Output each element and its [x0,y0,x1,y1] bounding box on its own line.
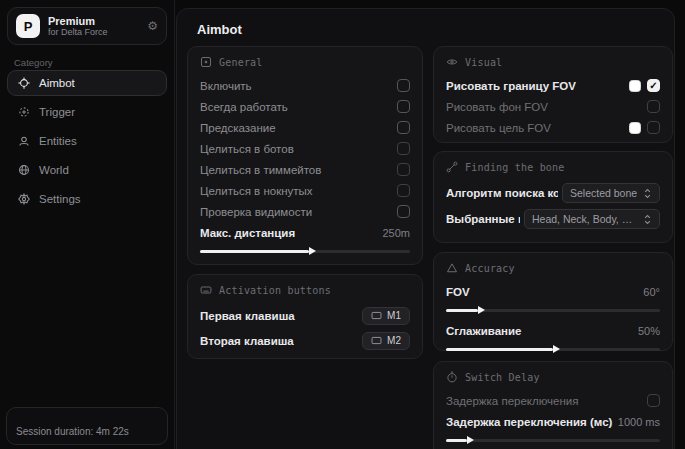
keybind-button-m1[interactable]: M1 [362,307,410,325]
slider-row-max-distance: Макс. дистанция 250m [200,222,410,243]
toggle-row-visibility-check: Проверка видимости [200,201,410,222]
bone-algorithm-dropdown[interactable]: Selected bone [562,183,660,203]
crosshair-icon [17,77,30,90]
card-accuracy: Accuracy FOV 60° Сглаживание 50% [433,252,673,351]
gear-icon [17,193,30,206]
slider-row-smoothing: Сглаживание 50% [446,320,660,341]
keybind-value: M1 [387,310,401,321]
slider-row-switch-delay-ms: Задержка переключения (мс) 1000 ms [446,411,660,432]
triangle-icon [446,262,458,274]
card-title: Switch Delay [465,372,540,383]
keybind-row-first: Первая клавиша M1 [200,303,410,328]
trigger-icon [17,106,30,119]
max-distance-slider[interactable] [200,247,410,255]
app-window: P Premium for Delta Force ⚙ Category Aim… [0,0,685,449]
mouse-key-icon [371,336,382,345]
checkbox[interactable] [647,121,660,134]
toggle-row-target-teammates: Целиться в тиммейтов [200,159,410,180]
session-card: Session duration: 4m 22s [6,407,168,445]
card-title: Visual [465,57,502,68]
bone-icon [446,161,458,173]
checkbox[interactable] [397,121,410,134]
card-visual: Visual Рисовать границу FOV ✓ Рисовать ф… [433,46,673,143]
toggle-label: Проверка видимости [200,206,312,218]
brand-logo: P [16,14,40,38]
color-swatch[interactable] [629,122,641,134]
checkbox[interactable] [647,394,660,407]
checkbox[interactable] [397,79,410,92]
toggle-label: Предсказание [200,122,276,134]
toggle-row-enable: Включить [200,75,410,96]
globe-icon [17,164,30,177]
sidebar-item-entities[interactable]: Entities [7,128,167,154]
visual-row-fov-background: Рисовать фон FOV [446,96,660,117]
card-title: Accuracy [465,263,515,274]
toggle-label: Задержка переключения [446,395,578,407]
dropdown-value: Selected bone [570,187,637,199]
bone-row-selected-bones: Выбранные кости Head, Neck, Body, Pe... [446,206,660,232]
slider-value: 60° [643,286,660,298]
main-panel: Aimbot General Включить Всегда работать … [176,8,675,449]
color-swatch[interactable] [629,80,641,92]
toggle-label: Целиться в тиммейтов [200,164,321,176]
keybind-label: Первая клавиша [200,310,295,322]
card-title: Activation buttons [219,285,331,296]
sidebar: P Premium for Delta Force ⚙ Category Aim… [0,0,175,449]
keybind-label: Вторая клавиша [200,335,294,347]
slider-value: 1000 ms [618,416,660,428]
toggle-row-always-work: Всегда работать [200,96,410,117]
slider-label: Задержка переключения (мс) [446,416,612,428]
toggle-label: Включить [200,80,252,92]
page-title: Aimbot [197,22,242,37]
toggle-row-switch-delay: Задержка переключения [446,390,660,411]
checkbox[interactable] [647,100,660,113]
selected-bones-dropdown[interactable]: Head, Neck, Body, Pe... [524,209,660,229]
checkbox[interactable]: ✓ [647,79,660,92]
switch-delay-slider[interactable] [446,436,660,444]
card-activation-buttons: Activation buttons Первая клавиша M1 Вто… [187,274,423,359]
sidebar-item-trigger[interactable]: Trigger [7,99,167,125]
settings-gear-icon[interactable]: ⚙ [147,19,158,33]
keybind-button-m2[interactable]: M2 [362,332,410,350]
fov-slider[interactable] [446,306,660,314]
visual-label: Рисовать фон FOV [446,101,548,113]
card-finding-bone: Finding the bone Алгоритм поиска кости S… [433,151,673,243]
slider-label: Сглаживание [446,325,521,337]
visual-label: Рисовать цель FOV [446,122,551,134]
slider-value: 50% [638,325,660,337]
chevron-updown-icon [643,214,652,225]
smoothing-slider[interactable] [446,345,660,353]
checkbox[interactable] [397,163,410,176]
brand-card: P Premium for Delta Force ⚙ [7,7,167,45]
slider-row-fov: FOV 60° [446,281,660,302]
visual-label: Рисовать границу FOV [446,80,576,92]
slider-value: 250m [382,227,410,239]
bone-row-search-algorithm: Алгоритм поиска кости Selected bone [446,180,660,206]
sidebar-item-world[interactable]: World [7,157,167,183]
checkbox[interactable] [397,205,410,218]
entities-icon [17,135,30,148]
toggle-label: Целиться в ботов [200,143,294,155]
sidebar-item-settings[interactable]: Settings [7,186,167,212]
sidebar-item-label: World [39,164,69,176]
sidebar-item-aimbot[interactable]: Aimbot [7,70,167,96]
keybind-row-second: Вторая клавиша M2 [200,328,410,353]
category-label: Category [14,57,53,68]
toggle-row-prediction: Предсказание [200,117,410,138]
mouse-key-icon [371,311,382,320]
timer-icon [446,371,458,383]
visual-row-fov-border: Рисовать границу FOV ✓ [446,75,660,96]
toggle-label: Всегда работать [200,101,288,113]
slider-label: FOV [446,286,470,298]
eye-icon [446,56,458,68]
checkbox[interactable] [397,142,410,155]
dropdown-label: Алгоритм поиска кости [446,187,558,199]
toggle-row-target-knocked: Целиться в нокнутых [200,180,410,201]
scope-icon [200,56,212,68]
dropdown-value: Head, Neck, Body, Pe... [532,213,638,225]
checkbox[interactable] [397,184,410,197]
card-title: Finding the bone [465,162,565,173]
checkbox[interactable] [397,100,410,113]
toggle-row-target-bots: Целиться в ботов [200,138,410,159]
visual-row-fov-target: Рисовать цель FOV [446,117,660,138]
